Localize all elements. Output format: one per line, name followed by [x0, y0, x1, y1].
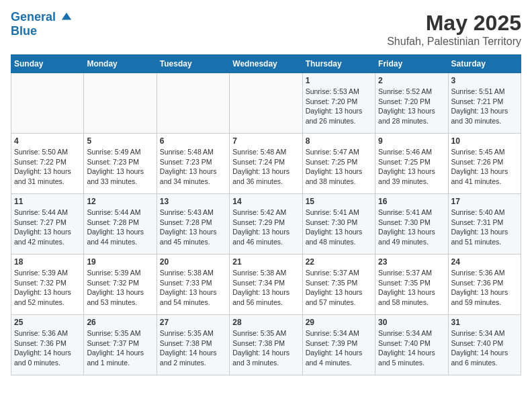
- calendar-subtitle: Shufah, Palestinian Territory: [387, 36, 521, 48]
- title-block: May 2025 Shufah, Palestinian Territory: [387, 11, 521, 48]
- day-info: Sunrise: 5:38 AM Sunset: 7:34 PM Dayligh…: [232, 268, 299, 308]
- day-number: 27: [160, 318, 226, 327]
- day-info: Sunrise: 5:52 AM Sunset: 7:20 PM Dayligh…: [378, 87, 445, 126]
- calendar-cell: 2Sunrise: 5:52 AM Sunset: 7:20 PM Daylig…: [375, 73, 448, 134]
- weekday-header-row: SundayMondayTuesdayWednesdayThursdayFrid…: [11, 55, 521, 73]
- calendar-cell: 14Sunrise: 5:42 AM Sunset: 7:29 PM Dayli…: [230, 194, 302, 255]
- calendar-cell: 27Sunrise: 5:35 AM Sunset: 7:38 PM Dayli…: [157, 315, 229, 375]
- day-number: 14: [232, 197, 299, 206]
- day-number: 11: [14, 197, 81, 206]
- calendar-week-row: 1Sunrise: 5:53 AM Sunset: 7:20 PM Daylig…: [11, 73, 521, 134]
- day-number: 17: [451, 197, 518, 206]
- day-number: 26: [87, 318, 153, 327]
- day-info: Sunrise: 5:35 AM Sunset: 7:37 PM Dayligh…: [87, 328, 153, 368]
- day-number: 31: [451, 318, 518, 327]
- day-info: Sunrise: 5:41 AM Sunset: 7:30 PM Dayligh…: [378, 208, 445, 247]
- calendar-cell: 31Sunrise: 5:34 AM Sunset: 7:40 PM Dayli…: [448, 315, 521, 375]
- calendar-cell: 5Sunrise: 5:49 AM Sunset: 7:23 PM Daylig…: [84, 134, 157, 194]
- day-number: 28: [232, 318, 299, 327]
- day-number: 5: [87, 136, 153, 146]
- logo: General Blue: [11, 11, 73, 38]
- logo-blue: Blue: [11, 24, 73, 38]
- calendar-cell: 1Sunrise: 5:53 AM Sunset: 7:20 PM Daylig…: [302, 73, 375, 134]
- day-number: 16: [378, 197, 445, 206]
- calendar-cell: 26Sunrise: 5:35 AM Sunset: 7:37 PM Dayli…: [84, 315, 157, 375]
- weekday-header-sunday: Sunday: [11, 55, 84, 73]
- day-number: 20: [160, 257, 226, 267]
- calendar-week-row: 11Sunrise: 5:44 AM Sunset: 7:27 PM Dayli…: [11, 194, 521, 255]
- weekday-header-saturday: Saturday: [448, 55, 521, 73]
- day-number: 7: [232, 136, 299, 146]
- calendar-cell: 28Sunrise: 5:35 AM Sunset: 7:38 PM Dayli…: [230, 315, 302, 375]
- day-number: 10: [451, 136, 518, 146]
- day-info: Sunrise: 5:50 AM Sunset: 7:22 PM Dayligh…: [14, 147, 81, 187]
- day-number: 13: [160, 197, 226, 206]
- day-info: Sunrise: 5:42 AM Sunset: 7:29 PM Dayligh…: [232, 208, 299, 247]
- day-number: 4: [14, 136, 81, 146]
- weekday-header-wednesday: Wednesday: [230, 55, 302, 73]
- day-info: Sunrise: 5:40 AM Sunset: 7:31 PM Dayligh…: [451, 208, 518, 247]
- day-info: Sunrise: 5:37 AM Sunset: 7:35 PM Dayligh…: [306, 268, 372, 308]
- day-info: Sunrise: 5:36 AM Sunset: 7:36 PM Dayligh…: [451, 268, 518, 308]
- calendar-cell: 4Sunrise: 5:50 AM Sunset: 7:22 PM Daylig…: [11, 134, 84, 194]
- calendar-cell: 23Sunrise: 5:37 AM Sunset: 7:35 PM Dayli…: [375, 255, 448, 315]
- svg-marker-0: [62, 13, 71, 20]
- calendar-cell: [84, 73, 157, 134]
- day-info: Sunrise: 5:37 AM Sunset: 7:35 PM Dayligh…: [378, 268, 445, 308]
- day-info: Sunrise: 5:36 AM Sunset: 7:36 PM Dayligh…: [14, 328, 81, 368]
- weekday-header-tuesday: Tuesday: [157, 55, 229, 73]
- page-header: General Blue May 2025 Shufah, Palestinia…: [11, 11, 521, 48]
- day-number: 15: [306, 197, 372, 206]
- logo-text: General: [11, 11, 73, 24]
- day-info: Sunrise: 5:46 AM Sunset: 7:25 PM Dayligh…: [378, 147, 445, 187]
- day-info: Sunrise: 5:34 AM Sunset: 7:40 PM Dayligh…: [378, 328, 445, 368]
- calendar-cell: 21Sunrise: 5:38 AM Sunset: 7:34 PM Dayli…: [230, 255, 302, 315]
- day-number: 6: [160, 136, 226, 146]
- calendar-cell: 10Sunrise: 5:45 AM Sunset: 7:26 PM Dayli…: [448, 134, 521, 194]
- day-info: Sunrise: 5:47 AM Sunset: 7:25 PM Dayligh…: [306, 147, 372, 187]
- calendar-cell: 3Sunrise: 5:51 AM Sunset: 7:21 PM Daylig…: [448, 73, 521, 134]
- day-info: Sunrise: 5:39 AM Sunset: 7:32 PM Dayligh…: [14, 268, 81, 308]
- calendar-cell: 13Sunrise: 5:43 AM Sunset: 7:28 PM Dayli…: [157, 194, 229, 255]
- calendar-cell: 29Sunrise: 5:34 AM Sunset: 7:39 PM Dayli…: [302, 315, 375, 375]
- calendar-cell: 6Sunrise: 5:48 AM Sunset: 7:23 PM Daylig…: [157, 134, 229, 194]
- calendar-cell: 22Sunrise: 5:37 AM Sunset: 7:35 PM Dayli…: [302, 255, 375, 315]
- day-number: 22: [306, 257, 372, 267]
- calendar-cell: 20Sunrise: 5:38 AM Sunset: 7:33 PM Dayli…: [157, 255, 229, 315]
- day-number: 2: [378, 76, 445, 85]
- day-info: Sunrise: 5:35 AM Sunset: 7:38 PM Dayligh…: [160, 328, 226, 368]
- calendar-week-row: 18Sunrise: 5:39 AM Sunset: 7:32 PM Dayli…: [11, 255, 521, 315]
- weekday-header-friday: Friday: [375, 55, 448, 73]
- day-info: Sunrise: 5:45 AM Sunset: 7:26 PM Dayligh…: [451, 147, 518, 187]
- calendar-week-row: 4Sunrise: 5:50 AM Sunset: 7:22 PM Daylig…: [11, 134, 521, 194]
- day-number: 23: [378, 257, 445, 267]
- day-number: 3: [451, 76, 518, 85]
- calendar-cell: 9Sunrise: 5:46 AM Sunset: 7:25 PM Daylig…: [375, 134, 448, 194]
- calendar-cell: 11Sunrise: 5:44 AM Sunset: 7:27 PM Dayli…: [11, 194, 84, 255]
- day-info: Sunrise: 5:35 AM Sunset: 7:38 PM Dayligh…: [232, 328, 299, 368]
- day-number: 12: [87, 197, 153, 206]
- calendar-cell: 24Sunrise: 5:36 AM Sunset: 7:36 PM Dayli…: [448, 255, 521, 315]
- day-info: Sunrise: 5:49 AM Sunset: 7:23 PM Dayligh…: [87, 147, 153, 187]
- day-info: Sunrise: 5:34 AM Sunset: 7:40 PM Dayligh…: [451, 328, 518, 368]
- calendar-cell: [157, 73, 229, 134]
- day-number: 1: [306, 76, 372, 85]
- day-number: 24: [451, 257, 518, 267]
- day-info: Sunrise: 5:43 AM Sunset: 7:28 PM Dayligh…: [160, 208, 226, 247]
- day-number: 30: [378, 318, 445, 327]
- day-info: Sunrise: 5:34 AM Sunset: 7:39 PM Dayligh…: [306, 328, 372, 368]
- calendar-week-row: 25Sunrise: 5:36 AM Sunset: 7:36 PM Dayli…: [11, 315, 521, 375]
- day-number: 25: [14, 318, 81, 327]
- day-info: Sunrise: 5:39 AM Sunset: 7:32 PM Dayligh…: [87, 268, 153, 308]
- calendar-cell: [230, 73, 302, 134]
- day-number: 18: [14, 257, 81, 267]
- calendar-table: SundayMondayTuesdayWednesdayThursdayFrid…: [11, 54, 521, 375]
- calendar-cell: 12Sunrise: 5:44 AM Sunset: 7:28 PM Dayli…: [84, 194, 157, 255]
- calendar-cell: 18Sunrise: 5:39 AM Sunset: 7:32 PM Dayli…: [11, 255, 84, 315]
- weekday-header-monday: Monday: [84, 55, 157, 73]
- day-info: Sunrise: 5:44 AM Sunset: 7:28 PM Dayligh…: [87, 208, 153, 247]
- calendar-cell: [11, 73, 84, 134]
- day-number: 8: [306, 136, 372, 146]
- day-info: Sunrise: 5:53 AM Sunset: 7:20 PM Dayligh…: [306, 87, 372, 126]
- calendar-cell: 25Sunrise: 5:36 AM Sunset: 7:36 PM Dayli…: [11, 315, 84, 375]
